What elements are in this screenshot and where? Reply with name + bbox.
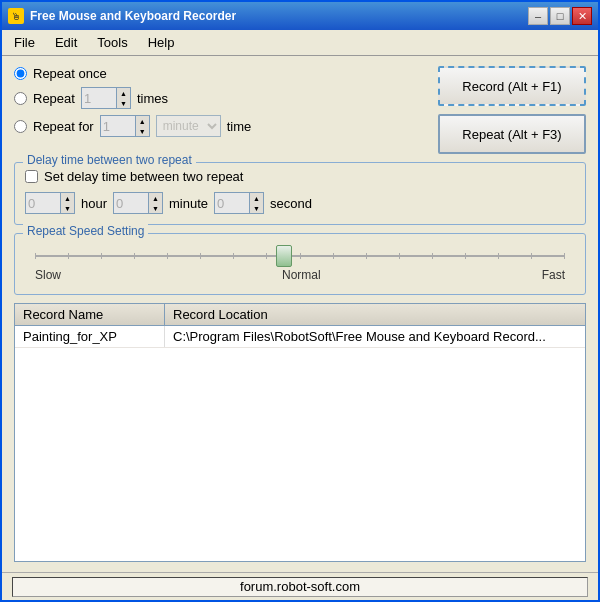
table-body: Painting_for_XP C:\Program Files\RobotSo… — [15, 326, 585, 561]
repeat-for-input[interactable] — [101, 116, 135, 136]
slider-ticks — [35, 255, 565, 259]
delay-hour-up[interactable]: ▲ — [61, 193, 74, 203]
repeat-times-spinner[interactable]: ▲ ▼ — [81, 87, 131, 109]
repeat-for-up[interactable]: ▲ — [136, 116, 149, 126]
delay-group: Delay time between two repeat Set delay … — [14, 162, 586, 225]
tick-14 — [465, 253, 466, 259]
slider-container: Slow Normal Fast — [25, 240, 575, 284]
table-header: Record Name Record Location — [15, 304, 585, 326]
repeat-times-radio[interactable] — [14, 92, 27, 105]
repeat-for-down[interactable]: ▼ — [136, 126, 149, 136]
repeat-for-row: Repeat for ▲ ▼ minute second hour time — [14, 115, 428, 137]
tick-9 — [300, 253, 301, 259]
col-name-header: Record Name — [15, 304, 165, 325]
records-table: Record Name Record Location Painting_for… — [14, 303, 586, 562]
repeat-times-label[interactable]: Repeat — [33, 91, 75, 106]
menu-bar: File Edit Tools Help — [2, 30, 598, 56]
title-bar-text: Free Mouse and Keyboard Recorder — [30, 9, 528, 23]
set-delay-checkbox[interactable] — [25, 170, 38, 183]
delay-minute-input[interactable] — [114, 193, 148, 213]
tick-7 — [233, 253, 234, 259]
status-bar-text: forum.robot-soft.com — [12, 577, 588, 597]
delay-second-up[interactable]: ▲ — [250, 193, 263, 203]
app-icon: 🖱 — [8, 8, 24, 24]
record-name-cell: Painting_for_XP — [15, 326, 165, 347]
record-location-cell: C:\Program Files\RobotSoft\Free Mouse an… — [165, 326, 585, 347]
delay-second-input[interactable] — [215, 193, 249, 213]
normal-label: Normal — [282, 268, 321, 282]
repeat-for-spinner[interactable]: ▲ ▼ — [100, 115, 150, 137]
delay-hour-down[interactable]: ▼ — [61, 203, 74, 213]
tick-10 — [333, 253, 334, 259]
tick-8 — [266, 253, 267, 259]
repeat-times-up[interactable]: ▲ — [117, 88, 130, 98]
repeat-once-row: Repeat once — [14, 66, 428, 81]
delay-hour-label: hour — [81, 196, 107, 211]
repeat-times-down[interactable]: ▼ — [117, 98, 130, 108]
title-bar-buttons: – □ ✕ — [528, 7, 592, 25]
tick-4 — [134, 253, 135, 259]
repeat-for-label[interactable]: Repeat for — [33, 119, 94, 134]
delay-second-down[interactable]: ▼ — [250, 203, 263, 213]
delay-checkbox-row: Set delay time between two repeat — [25, 169, 575, 184]
top-row: Repeat once Repeat ▲ ▼ times — [14, 66, 586, 154]
title-bar: 🖱 Free Mouse and Keyboard Recorder – □ ✕ — [2, 2, 598, 30]
repeat-times-arrows: ▲ ▼ — [116, 88, 130, 108]
forum-link[interactable]: forum.robot-soft.com — [240, 579, 360, 594]
close-button[interactable]: ✕ — [572, 7, 592, 25]
status-bar: forum.robot-soft.com — [2, 572, 598, 600]
delay-minute-down[interactable]: ▼ — [149, 203, 162, 213]
tick-2 — [68, 253, 69, 259]
delay-minute-label: minute — [169, 196, 208, 211]
menu-tools[interactable]: Tools — [91, 33, 133, 52]
right-buttons: Record (Alt + F1) Repeat (Alt + F3) — [438, 66, 586, 154]
tick-6 — [200, 253, 201, 259]
tick-15 — [498, 253, 499, 259]
delay-minute-up[interactable]: ▲ — [149, 193, 162, 203]
slider-line — [35, 255, 565, 257]
repeat-for-radio[interactable] — [14, 120, 27, 133]
main-window: 🖱 Free Mouse and Keyboard Recorder – □ ✕… — [0, 0, 600, 602]
delay-minute-spinner: ▲ ▼ — [113, 192, 163, 214]
delay-second-arrows: ▲ ▼ — [249, 193, 263, 213]
delay-hour-input[interactable] — [26, 193, 60, 213]
repeat-for-unit-select[interactable]: minute second hour — [156, 115, 221, 137]
time-label: time — [227, 119, 252, 134]
speed-slider-thumb[interactable] — [276, 245, 292, 267]
repeat-times-input[interactable] — [82, 88, 116, 108]
slider-labels: Slow Normal Fast — [35, 266, 565, 282]
tick-16 — [531, 253, 532, 259]
repeat-button[interactable]: Repeat (Alt + F3) — [438, 114, 586, 154]
tick-12 — [399, 253, 400, 259]
delay-hour-spinner: ▲ ▼ — [25, 192, 75, 214]
repeat-times-row: Repeat ▲ ▼ times — [14, 87, 428, 109]
col-location-header: Record Location — [165, 304, 585, 325]
minimize-button[interactable]: – — [528, 7, 548, 25]
tick-3 — [101, 253, 102, 259]
delay-minute-arrows: ▲ ▼ — [148, 193, 162, 213]
menu-file[interactable]: File — [8, 33, 41, 52]
left-controls: Repeat once Repeat ▲ ▼ times — [14, 66, 428, 154]
repeat-once-label[interactable]: Repeat once — [33, 66, 107, 81]
record-button[interactable]: Record (Alt + F1) — [438, 66, 586, 106]
speed-group: Repeat Speed Setting — [14, 233, 586, 295]
delay-hour-arrows: ▲ ▼ — [60, 193, 74, 213]
set-delay-label[interactable]: Set delay time between two repeat — [44, 169, 243, 184]
delay-inputs: ▲ ▼ hour ▲ ▼ minute ▲ — [25, 192, 575, 214]
tick-11 — [366, 253, 367, 259]
tick-5 — [167, 253, 168, 259]
slow-label: Slow — [35, 268, 61, 282]
menu-edit[interactable]: Edit — [49, 33, 83, 52]
restore-button[interactable]: □ — [550, 7, 570, 25]
tick-17 — [564, 253, 565, 259]
tick-1 — [35, 253, 36, 259]
content-area: Repeat once Repeat ▲ ▼ times — [2, 56, 598, 572]
repeat-once-radio[interactable] — [14, 67, 27, 80]
menu-help[interactable]: Help — [142, 33, 181, 52]
delay-group-legend: Delay time between two repeat — [23, 153, 196, 167]
tick-13 — [432, 253, 433, 259]
speed-group-legend: Repeat Speed Setting — [23, 224, 148, 238]
table-row[interactable]: Painting_for_XP C:\Program Files\RobotSo… — [15, 326, 585, 348]
fast-label: Fast — [542, 268, 565, 282]
delay-second-label: second — [270, 196, 312, 211]
